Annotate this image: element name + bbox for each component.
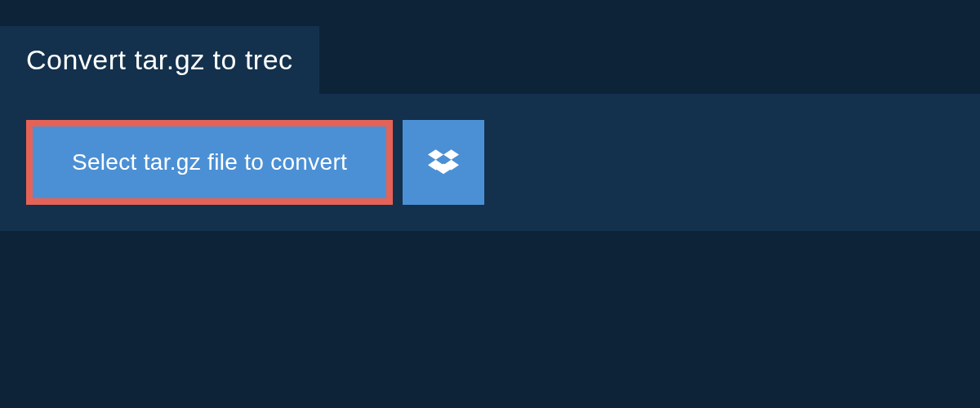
button-row: Select tar.gz file to convert bbox=[26, 120, 954, 205]
select-file-label: Select tar.gz file to convert bbox=[72, 149, 347, 175]
select-file-button[interactable]: Select tar.gz file to convert bbox=[26, 120, 393, 205]
dropbox-button[interactable] bbox=[403, 120, 484, 205]
dropbox-icon bbox=[428, 147, 459, 178]
content-panel: Select tar.gz file to convert bbox=[0, 94, 980, 231]
header-tab: Convert tar.gz to trec bbox=[0, 26, 319, 94]
page-title: Convert tar.gz to trec bbox=[26, 44, 293, 76]
